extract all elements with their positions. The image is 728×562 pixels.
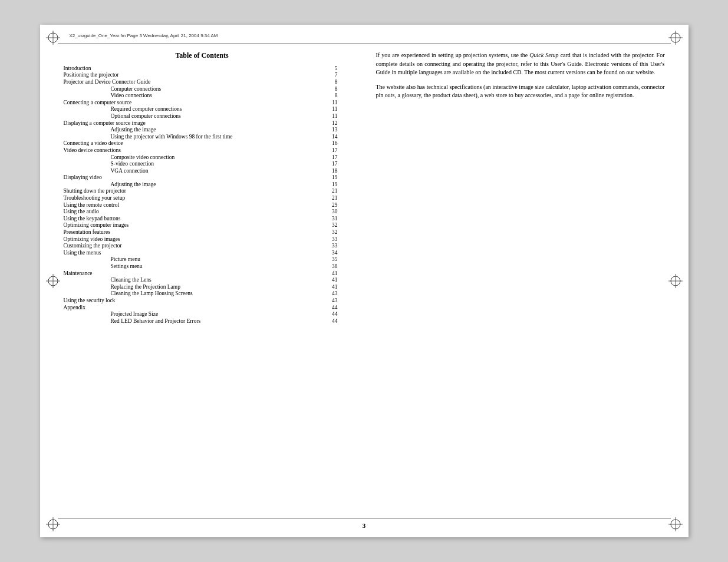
toc-row: Positioning the projector7 bbox=[64, 72, 341, 79]
toc-row: Displaying a computer source image12 bbox=[64, 120, 341, 127]
reg-mark-mid-right bbox=[667, 273, 684, 289]
toc-entry-text: Projector and Device Connector Guide bbox=[64, 78, 322, 85]
toc-entry-page: 19 bbox=[322, 181, 340, 188]
toc-entry-page: 30 bbox=[322, 208, 340, 215]
reg-mark-mid-left bbox=[45, 273, 61, 289]
toc-entry-page: 41 bbox=[322, 276, 340, 283]
page-number: 3 bbox=[363, 522, 366, 529]
toc-entry-page: 38 bbox=[322, 263, 340, 270]
toc-entry-text: Optional computer connections bbox=[64, 113, 322, 120]
toc-row: Using the audio30 bbox=[64, 208, 341, 215]
toc-row: Connecting a computer source11 bbox=[64, 99, 341, 106]
toc-entry-text: Optimizing computer images bbox=[64, 222, 322, 229]
toc-row: Introduction5 bbox=[64, 65, 341, 72]
toc-entry-page: 19 bbox=[322, 174, 340, 181]
toc-row: Maintenance41 bbox=[64, 270, 341, 277]
toc-row: Computer connections8 bbox=[64, 85, 341, 92]
toc-entry-page: 21 bbox=[322, 188, 340, 195]
toc-entry-page: 11 bbox=[322, 106, 340, 113]
toc-entry-text: VGA connection bbox=[64, 167, 322, 174]
toc-row: Video connections8 bbox=[64, 92, 341, 99]
rule-top bbox=[58, 44, 671, 44]
toc-row: Projected Image Size44 bbox=[64, 310, 341, 318]
toc-row: Cleaning the Lens41 bbox=[64, 276, 341, 283]
toc-row: Using the security lock43 bbox=[64, 297, 341, 304]
toc-entry-page: 17 bbox=[322, 147, 340, 154]
toc-entry-page: 17 bbox=[322, 160, 340, 167]
toc-column: Table of Contents Introduction5Positioni… bbox=[64, 51, 358, 511]
toc-entry-page: 32 bbox=[322, 222, 340, 229]
toc-entry-text: Displaying video bbox=[64, 174, 322, 181]
toc-entry-text: Troubleshooting your setup bbox=[64, 194, 322, 201]
toc-entry-text: Maintenance bbox=[64, 270, 322, 277]
toc-row: VGA connection18 bbox=[64, 167, 341, 174]
toc-entry-text: Adjusting the image bbox=[64, 126, 322, 133]
toc-entry-text: Customizing the projector bbox=[64, 242, 322, 249]
toc-entry-page: 8 bbox=[322, 78, 340, 85]
toc-entry-page: 41 bbox=[322, 270, 340, 277]
toc-row: Connecting a video device16 bbox=[64, 140, 341, 147]
toc-entry-text: Using the security lock bbox=[64, 297, 322, 304]
toc-row: Using the menus34 bbox=[64, 249, 341, 256]
toc-entry-page: 43 bbox=[322, 297, 340, 304]
toc-entry-text: Required computer connections bbox=[64, 106, 322, 113]
toc-row: Required computer connections11 bbox=[64, 106, 341, 113]
toc-entry-page: 33 bbox=[322, 242, 340, 249]
toc-entry-page: 18 bbox=[322, 167, 340, 174]
toc-entry-page: 17 bbox=[322, 154, 340, 161]
toc-entry-text: Red LED Behavior and Projector Errors bbox=[64, 318, 322, 325]
toc-entry-page: 44 bbox=[322, 304, 340, 311]
toc-entry-page: 33 bbox=[322, 236, 340, 243]
toc-entry-page: 41 bbox=[322, 283, 340, 290]
toc-entry-page: 29 bbox=[322, 201, 340, 209]
toc-entry-text: Cleaning the Lens bbox=[64, 276, 322, 283]
toc-row: Cleaning the Lamp Housing Screens43 bbox=[64, 290, 341, 297]
toc-entry-text: Optimizing video images bbox=[64, 236, 322, 243]
toc-row: S-video connection17 bbox=[64, 160, 341, 167]
toc-entry-page: 7 bbox=[322, 72, 340, 79]
toc-entry-text: Introduction bbox=[64, 65, 322, 72]
toc-entry-text: Displaying a computer source image bbox=[64, 120, 322, 127]
toc-entry-page: 44 bbox=[322, 318, 340, 325]
toc-row: Settings menu38 bbox=[64, 263, 341, 270]
toc-entry-text: Connecting a video device bbox=[64, 140, 322, 147]
toc-entry-text: Using the remote control bbox=[64, 201, 322, 209]
toc-row: Optimizing computer images32 bbox=[64, 222, 341, 229]
toc-entry-text: Video device connections bbox=[64, 147, 322, 154]
reg-mark-bottom-left bbox=[45, 516, 61, 533]
toc-entry-page: 14 bbox=[322, 133, 340, 140]
toc-entry-text: Picture menu bbox=[64, 256, 322, 263]
toc-entry-text: S-video connection bbox=[64, 160, 322, 167]
toc-row: Troubleshooting your setup21 bbox=[64, 194, 341, 201]
toc-row: Composite video connection17 bbox=[64, 154, 341, 161]
toc-entry-page: 13 bbox=[322, 126, 340, 133]
toc-entry-page: 35 bbox=[322, 256, 340, 263]
toc-row: Using the projector with Windows 98 for … bbox=[64, 133, 341, 140]
toc-row: Customizing the projector33 bbox=[64, 242, 341, 249]
intro-paragraph-2: The website also has technical specifica… bbox=[376, 83, 665, 100]
toc-entry-text: Using the menus bbox=[64, 249, 322, 256]
toc-entry-text: Using the projector with Windows 98 for … bbox=[64, 133, 322, 140]
toc-row: Picture menu35 bbox=[64, 256, 341, 263]
toc-row: Optimizing video images33 bbox=[64, 236, 341, 243]
toc-entry-page: 11 bbox=[322, 99, 340, 106]
toc-entry-page: 16 bbox=[322, 140, 340, 147]
toc-entry-page: 43 bbox=[322, 290, 340, 297]
toc-row: Optional computer connections11 bbox=[64, 113, 341, 120]
toc-entry-page: 21 bbox=[322, 194, 340, 201]
toc-entry-text: Cleaning the Lamp Housing Screens bbox=[64, 290, 322, 297]
toc-row: Video device connections17 bbox=[64, 147, 341, 154]
toc-entry-text: Settings menu bbox=[64, 263, 322, 270]
toc-row: Projector and Device Connector Guide8 bbox=[64, 78, 341, 85]
toc-row: Using the keypad buttons31 bbox=[64, 215, 341, 222]
rule-bottom bbox=[58, 518, 671, 518]
toc-table: Introduction5Positioning the projector7P… bbox=[64, 65, 341, 325]
toc-row: Displaying video19 bbox=[64, 174, 341, 181]
toc-entry-text: Replacing the Projection Lamp bbox=[64, 283, 322, 290]
content-area: Table of Contents Introduction5Positioni… bbox=[64, 51, 665, 511]
toc-entry-text: Computer connections bbox=[64, 85, 322, 92]
toc-entry-page: 8 bbox=[322, 92, 340, 99]
reg-mark-bottom-right bbox=[667, 516, 684, 533]
toc-entry-page: 12 bbox=[322, 120, 340, 127]
paper: X2_usrguide_One_Year.fm Page 3 Wednesday… bbox=[40, 25, 689, 537]
